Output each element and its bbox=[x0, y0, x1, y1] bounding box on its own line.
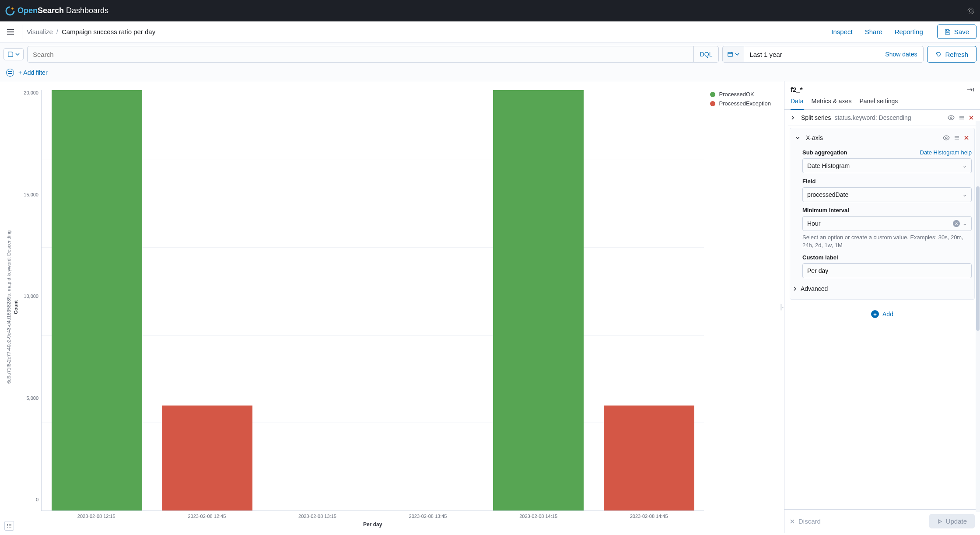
svg-point-4 bbox=[950, 117, 952, 119]
bucket-title: Split series bbox=[801, 114, 831, 121]
sub-aggregation-select[interactable]: Date Histogram ⌄ bbox=[802, 158, 972, 173]
chart-bar[interactable] bbox=[52, 90, 142, 511]
saved-query-button[interactable] bbox=[4, 48, 24, 60]
list-icon bbox=[7, 523, 12, 528]
chart-bar[interactable] bbox=[493, 90, 584, 511]
toggle-visibility-icon[interactable] bbox=[943, 135, 950, 140]
date-range-text[interactable]: Last 1 year bbox=[744, 46, 879, 62]
remove-bucket-icon[interactable] bbox=[969, 115, 974, 120]
help-icon[interactable] bbox=[967, 7, 975, 15]
secondary-bar: Visualize / Campaign success ratio per d… bbox=[0, 21, 980, 42]
reporting-link[interactable]: Reporting bbox=[895, 28, 923, 35]
refresh-button[interactable]: Refresh bbox=[927, 46, 976, 63]
panel-header: f2_* bbox=[784, 81, 980, 93]
chart-body: 20,000 15,000 10,000 5,000 0 2023-02-08 … bbox=[19, 87, 704, 528]
bucket-split-series[interactable]: Split series status.keyword: Descending bbox=[788, 110, 976, 126]
update-button[interactable]: Update bbox=[929, 514, 975, 528]
chart-plot[interactable] bbox=[41, 90, 704, 511]
chevron-down-icon bbox=[795, 136, 802, 140]
drag-handle-icon[interactable] bbox=[959, 115, 964, 120]
refresh-icon bbox=[935, 51, 942, 57]
date-picker: Last 1 year Show dates bbox=[722, 46, 924, 63]
svg-point-8 bbox=[7, 527, 8, 528]
field-select[interactable]: processedDate ⌄ bbox=[802, 187, 972, 202]
chevron-down-icon bbox=[15, 52, 20, 56]
remove-bucket-icon[interactable] bbox=[964, 135, 969, 140]
date-quick-menu-button[interactable] bbox=[723, 46, 744, 62]
side-panel: f2_* Data Metrics & axes Panel settings … bbox=[784, 81, 980, 533]
panel-footer: Discard Update bbox=[784, 509, 980, 533]
add-bucket-button[interactable]: + Add bbox=[871, 310, 893, 318]
hamburger-icon bbox=[7, 28, 14, 36]
chevron-down-icon: ⌄ bbox=[962, 220, 967, 227]
brand[interactable]: OpenSearch Dashboards bbox=[5, 6, 108, 16]
legend-dot-icon bbox=[710, 92, 715, 97]
calendar-icon bbox=[727, 51, 733, 57]
inspect-link[interactable]: Inspect bbox=[831, 28, 852, 35]
chart-bar[interactable] bbox=[604, 406, 694, 511]
yaxis-label: Count bbox=[12, 87, 19, 528]
brand-text: OpenSearch Dashboards bbox=[18, 6, 108, 15]
close-icon bbox=[790, 519, 795, 524]
top-header: OpenSearch Dashboards bbox=[0, 0, 980, 21]
panel-tabs: Data Metrics & axes Panel settings bbox=[784, 93, 980, 110]
min-interval-hint: Select an option or create a custom valu… bbox=[802, 234, 972, 249]
date-histogram-help-link[interactable]: Date Histogram help bbox=[920, 149, 972, 156]
chevron-right-icon bbox=[793, 287, 797, 291]
disk-icon bbox=[7, 51, 14, 57]
breadcrumb: Visualize / Campaign success ratio per d… bbox=[27, 28, 155, 35]
viz-area: 6d9a71f6-2c77-40c2-9c43-d4d16358289a: ma… bbox=[0, 81, 779, 533]
legend-toggle-button[interactable] bbox=[4, 521, 14, 531]
save-button[interactable]: Save bbox=[937, 24, 976, 39]
legend-item-exception[interactable]: ProcessedException bbox=[710, 100, 771, 107]
svg-point-6 bbox=[7, 524, 8, 525]
tab-data[interactable]: Data bbox=[791, 98, 804, 110]
share-link[interactable]: Share bbox=[865, 28, 882, 35]
chart-bar[interactable] bbox=[162, 406, 252, 511]
panel-collapse-icon[interactable] bbox=[967, 87, 974, 92]
yaxis-secondary-label: 6d9a71f6-2c77-40c2-9c43-d4d16358289a: ma… bbox=[5, 87, 12, 528]
tab-metrics-axes[interactable]: Metrics & axes bbox=[812, 98, 852, 109]
discard-button[interactable]: Discard bbox=[790, 518, 821, 525]
svg-rect-3 bbox=[728, 52, 733, 57]
tab-panel-settings[interactable]: Panel settings bbox=[859, 98, 898, 109]
legend-item-ok[interactable]: ProcessedOK bbox=[710, 91, 771, 98]
chart-container: 6d9a71f6-2c77-40c2-9c43-d4d16358289a: ma… bbox=[5, 87, 704, 528]
breadcrumb-root[interactable]: Visualize bbox=[27, 28, 53, 35]
index-pattern-label[interactable]: f2_* bbox=[791, 86, 803, 93]
query-language-button[interactable]: DQL bbox=[693, 46, 719, 62]
chevron-down-icon: ⌄ bbox=[962, 163, 967, 169]
bucket-subtitle: status.keyword: Descending bbox=[834, 114, 911, 121]
plus-circle-icon: + bbox=[871, 310, 879, 318]
add-bucket-row: + Add bbox=[788, 304, 976, 322]
svg-point-2 bbox=[970, 10, 972, 12]
bucket-xaxis-header[interactable]: X-axis bbox=[793, 131, 972, 145]
panel-scroll[interactable]: Split series status.keyword: Descending … bbox=[784, 110, 980, 509]
drag-handle-icon[interactable] bbox=[954, 135, 959, 140]
toggle-visibility-icon[interactable] bbox=[948, 115, 955, 120]
panel-resizer[interactable]: ╟ bbox=[779, 81, 784, 533]
advanced-toggle[interactable]: Advanced bbox=[793, 280, 972, 294]
xaxis-ticks: 2023-02-08 12:15 2023-02-08 12:45 2023-0… bbox=[41, 511, 704, 519]
xaxis-label: Per day bbox=[41, 521, 704, 528]
scrollbar-thumb[interactable] bbox=[976, 186, 980, 331]
play-icon bbox=[937, 519, 942, 524]
filter-bar: + Add filter bbox=[0, 66, 980, 81]
show-dates-button[interactable]: Show dates bbox=[879, 46, 923, 62]
bucket-xaxis: X-axis Sub aggregation Date Histogram he… bbox=[790, 128, 975, 300]
chevron-down-icon bbox=[735, 52, 739, 56]
filter-options-icon[interactable] bbox=[6, 69, 14, 77]
menu-toggle-button[interactable] bbox=[4, 25, 18, 39]
custom-label-input[interactable] bbox=[802, 263, 972, 278]
sub-aggregation-label: Sub aggregation bbox=[802, 149, 847, 156]
min-interval-select[interactable]: Hour ✕ ⌄ bbox=[802, 216, 972, 231]
search-input[interactable] bbox=[28, 46, 693, 62]
add-filter-button[interactable]: + Add filter bbox=[18, 69, 48, 76]
chevron-right-icon bbox=[791, 115, 798, 120]
breadcrumb-current: Campaign success ratio per day bbox=[62, 28, 155, 35]
secondary-actions: Inspect Share Reporting Save bbox=[831, 24, 976, 39]
panel-scrollbar[interactable] bbox=[976, 121, 980, 512]
chart-legend: ProcessedOK ProcessedException bbox=[704, 87, 779, 528]
custom-label-label: Custom label bbox=[802, 254, 838, 261]
clear-interval-icon[interactable]: ✕ bbox=[953, 220, 960, 227]
